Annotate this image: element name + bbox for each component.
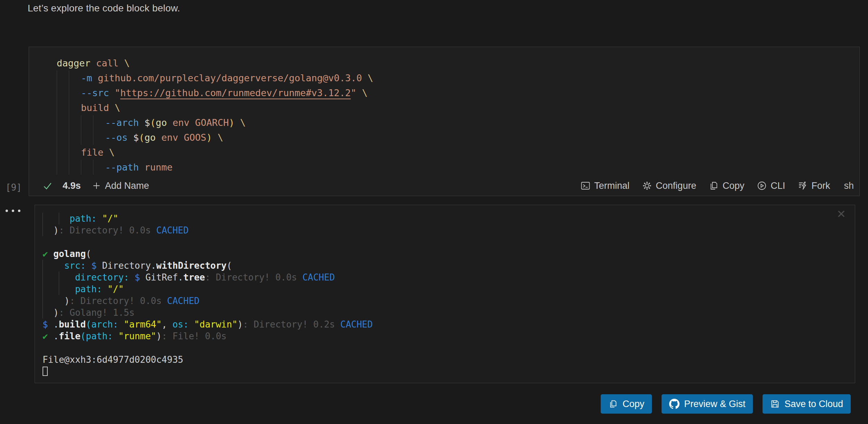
execution-count: [9] <box>6 182 25 193</box>
gear-icon <box>642 181 652 191</box>
github-icon <box>669 399 680 409</box>
play-circle-icon <box>757 181 767 191</box>
configure-button[interactable]: Configure <box>642 181 696 191</box>
copy-icon <box>608 399 618 409</box>
code-cell: dagger call \-m github.com/purpleclay/da… <box>29 47 860 196</box>
notebook-page: Let’s explore the code block below. [9] … <box>0 0 868 424</box>
output-actions: Copy Preview & Gist Save to Cloud <box>601 394 851 414</box>
success-check-icon <box>43 181 52 191</box>
cli-button[interactable]: CLI <box>757 181 785 191</box>
copy-icon <box>709 181 719 191</box>
terminal-button[interactable]: Terminal <box>580 181 629 191</box>
intro-text: Let’s explore the code block below. <box>28 3 180 14</box>
execution-duration: 4.9s <box>63 181 81 191</box>
add-name-label: Add Name <box>105 181 149 191</box>
code-editor[interactable]: dagger call \-m github.com/purpleclay/da… <box>29 56 859 175</box>
plus-icon <box>91 181 102 191</box>
cell-toolbar: Terminal Configure Copy <box>580 181 854 191</box>
fork-icon <box>797 181 808 191</box>
configure-label: Configure <box>656 181 696 191</box>
terminal-icon <box>580 181 591 191</box>
save-to-cloud-label: Save to Cloud <box>784 399 843 409</box>
ellipsis-icon <box>12 210 14 212</box>
terminal-label: Terminal <box>594 181 629 191</box>
preview-gist-label: Preview & Gist <box>684 399 745 409</box>
copy-output-label: Copy <box>622 399 644 409</box>
save-icon <box>770 399 780 409</box>
language-selector[interactable]: sh <box>844 181 854 191</box>
copy-cell-button[interactable]: Copy <box>709 181 744 191</box>
fork-label: Fork <box>811 181 830 191</box>
preview-gist-button[interactable]: Preview & Gist <box>662 394 753 414</box>
close-icon[interactable]: ✕ <box>837 209 846 220</box>
cli-label: CLI <box>770 181 785 191</box>
ellipsis-icon <box>18 210 20 212</box>
save-to-cloud-button[interactable]: Save to Cloud <box>763 394 851 414</box>
add-name-button[interactable]: Add Name <box>91 181 149 191</box>
copy-output-button[interactable]: Copy <box>601 394 652 414</box>
terminal-output: path: "/" ): Directory! 0.0s CACHED✔ gol… <box>35 213 855 377</box>
cell-status-bar: 4.9s Add Name Terminal <box>29 176 859 196</box>
fork-button[interactable]: Fork <box>797 181 830 191</box>
output-panel: path: "/" ): Directory! 0.0s CACHED✔ gol… <box>35 205 855 383</box>
ellipsis-icon <box>6 210 8 212</box>
more-actions-button[interactable] <box>6 210 20 212</box>
copy-label: Copy <box>722 181 744 191</box>
